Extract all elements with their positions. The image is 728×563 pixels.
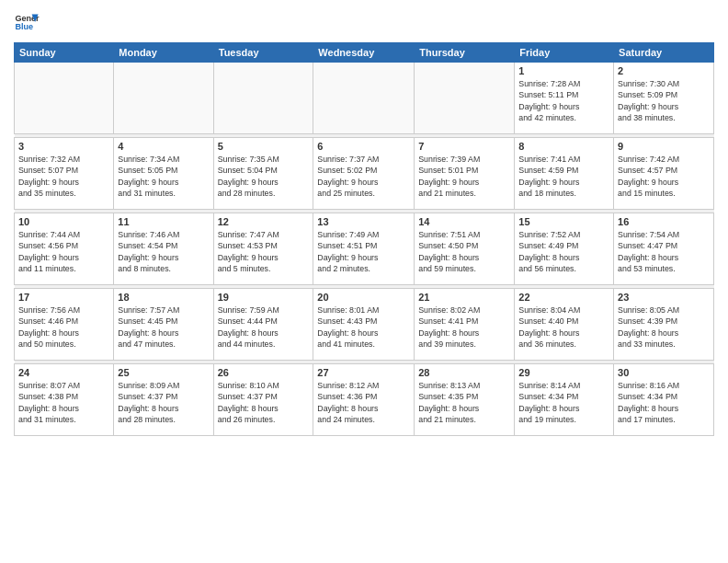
calendar-cell (15, 63, 114, 134)
day-number: 4 (118, 141, 209, 152)
week-row-2: 3Sunrise: 7:32 AM Sunset: 5:07 PM Daylig… (15, 138, 714, 210)
day-number: 15 (518, 216, 609, 227)
calendar-cell: 23Sunrise: 8:05 AM Sunset: 4:39 PM Dayli… (614, 289, 714, 361)
day-number: 10 (18, 216, 109, 227)
week-row-4: 17Sunrise: 7:56 AM Sunset: 4:46 PM Dayli… (15, 289, 714, 361)
weekday-header-sunday: Sunday (15, 43, 114, 63)
calendar-cell: 27Sunrise: 8:12 AM Sunset: 4:36 PM Dayli… (313, 364, 415, 436)
calendar-cell: 24Sunrise: 8:07 AM Sunset: 4:38 PM Dayli… (15, 364, 114, 436)
day-number: 2 (618, 65, 710, 76)
day-info: Sunrise: 7:54 AM Sunset: 4:47 PM Dayligh… (618, 229, 710, 274)
day-info: Sunrise: 7:28 AM Sunset: 5:11 PM Dayligh… (518, 78, 609, 123)
day-number: 21 (418, 292, 510, 303)
day-info: Sunrise: 8:01 AM Sunset: 4:43 PM Dayligh… (317, 304, 410, 350)
calendar-cell: 2Sunrise: 7:30 AM Sunset: 5:09 PM Daylig… (614, 63, 714, 134)
calendar-cell: 20Sunrise: 8:01 AM Sunset: 4:43 PM Dayli… (313, 289, 415, 361)
calendar-cell (313, 63, 415, 134)
calendar-cell: 7Sunrise: 7:39 AM Sunset: 5:01 PM Daylig… (415, 138, 515, 210)
day-number: 5 (218, 141, 310, 152)
day-info: Sunrise: 7:41 AM Sunset: 4:59 PM Dayligh… (518, 154, 609, 199)
day-number: 16 (618, 216, 710, 227)
day-info: Sunrise: 8:16 AM Sunset: 4:34 PM Dayligh… (618, 380, 710, 425)
day-number: 13 (317, 216, 410, 227)
day-info: Sunrise: 8:04 AM Sunset: 4:40 PM Dayligh… (518, 304, 609, 350)
calendar-cell: 10Sunrise: 7:44 AM Sunset: 4:56 PM Dayli… (15, 213, 114, 285)
calendar-cell: 30Sunrise: 8:16 AM Sunset: 4:34 PM Dayli… (614, 364, 714, 436)
day-info: Sunrise: 8:13 AM Sunset: 4:35 PM Dayligh… (418, 380, 510, 425)
calendar-cell: 13Sunrise: 7:49 AM Sunset: 4:51 PM Dayli… (313, 213, 415, 285)
calendar-cell: 3Sunrise: 7:32 AM Sunset: 5:07 PM Daylig… (15, 138, 114, 210)
day-info: Sunrise: 7:51 AM Sunset: 4:50 PM Dayligh… (418, 229, 510, 274)
calendar-cell: 29Sunrise: 8:14 AM Sunset: 4:34 PM Dayli… (515, 364, 614, 436)
weekday-header-thursday: Thursday (415, 43, 515, 63)
calendar-cell: 25Sunrise: 8:09 AM Sunset: 4:37 PM Dayli… (114, 364, 213, 436)
weekday-header-wednesday: Wednesday (313, 43, 415, 63)
svg-text:Blue: Blue (15, 22, 33, 31)
calendar-cell (114, 63, 213, 134)
calendar-cell: 16Sunrise: 7:54 AM Sunset: 4:47 PM Dayli… (614, 213, 714, 285)
calendar-cell: 28Sunrise: 8:13 AM Sunset: 4:35 PM Dayli… (415, 364, 515, 436)
calendar-cell: 21Sunrise: 8:02 AM Sunset: 4:41 PM Dayli… (415, 289, 515, 361)
day-number: 7 (418, 141, 510, 152)
day-number: 18 (118, 292, 209, 303)
day-info: Sunrise: 8:09 AM Sunset: 4:37 PM Dayligh… (118, 380, 209, 425)
day-number: 24 (18, 367, 109, 378)
day-info: Sunrise: 7:35 AM Sunset: 5:04 PM Dayligh… (218, 154, 310, 199)
day-info: Sunrise: 7:56 AM Sunset: 4:46 PM Dayligh… (18, 304, 109, 350)
calendar-cell: 4Sunrise: 7:34 AM Sunset: 5:05 PM Daylig… (114, 138, 213, 210)
calendar-cell (213, 63, 313, 134)
day-number: 27 (317, 367, 410, 378)
day-number: 25 (118, 367, 209, 378)
day-number: 14 (418, 216, 510, 227)
day-number: 22 (518, 292, 609, 303)
day-info: Sunrise: 7:34 AM Sunset: 5:05 PM Dayligh… (118, 154, 209, 199)
weekday-header-row: SundayMondayTuesdayWednesdayThursdayFrid… (15, 43, 714, 63)
header: General Blue (14, 9, 714, 35)
day-number: 17 (18, 292, 109, 303)
day-info: Sunrise: 7:49 AM Sunset: 4:51 PM Dayligh… (317, 229, 410, 274)
day-number: 20 (317, 292, 410, 303)
calendar-cell: 9Sunrise: 7:42 AM Sunset: 4:57 PM Daylig… (614, 138, 714, 210)
day-number: 11 (118, 216, 209, 227)
day-info: Sunrise: 8:12 AM Sunset: 4:36 PM Dayligh… (317, 380, 410, 425)
day-info: Sunrise: 7:37 AM Sunset: 5:02 PM Dayligh… (317, 154, 410, 199)
day-number: 3 (18, 141, 109, 152)
day-number: 30 (618, 367, 710, 378)
calendar-cell: 19Sunrise: 7:59 AM Sunset: 4:44 PM Dayli… (213, 289, 313, 361)
page: General Blue SundayMondayTuesdayWednesda… (0, 0, 728, 563)
day-info: Sunrise: 8:10 AM Sunset: 4:37 PM Dayligh… (218, 380, 310, 425)
day-info: Sunrise: 7:59 AM Sunset: 4:44 PM Dayligh… (218, 304, 310, 350)
day-info: Sunrise: 7:30 AM Sunset: 5:09 PM Dayligh… (618, 78, 710, 123)
logo: General Blue (14, 9, 40, 35)
weekday-header-monday: Monday (114, 43, 213, 63)
calendar-cell: 6Sunrise: 7:37 AM Sunset: 5:02 PM Daylig… (313, 138, 415, 210)
calendar-cell: 18Sunrise: 7:57 AM Sunset: 4:45 PM Dayli… (114, 289, 213, 361)
weekday-header-friday: Friday (515, 43, 614, 63)
calendar-cell (415, 63, 515, 134)
day-info: Sunrise: 7:39 AM Sunset: 5:01 PM Dayligh… (418, 154, 510, 199)
day-info: Sunrise: 7:52 AM Sunset: 4:49 PM Dayligh… (518, 229, 609, 274)
day-number: 1 (518, 65, 609, 76)
calendar-cell: 5Sunrise: 7:35 AM Sunset: 5:04 PM Daylig… (213, 138, 313, 210)
day-info: Sunrise: 8:07 AM Sunset: 4:38 PM Dayligh… (18, 380, 109, 425)
day-number: 6 (317, 141, 410, 152)
day-info: Sunrise: 7:44 AM Sunset: 4:56 PM Dayligh… (18, 229, 109, 274)
day-info: Sunrise: 7:57 AM Sunset: 4:45 PM Dayligh… (118, 304, 209, 350)
calendar-cell: 8Sunrise: 7:41 AM Sunset: 4:59 PM Daylig… (515, 138, 614, 210)
calendar-table: SundayMondayTuesdayWednesdayThursdayFrid… (14, 42, 714, 436)
day-number: 23 (618, 292, 710, 303)
week-row-1: 1Sunrise: 7:28 AM Sunset: 5:11 PM Daylig… (15, 63, 714, 134)
calendar-cell: 12Sunrise: 7:47 AM Sunset: 4:53 PM Dayli… (213, 213, 313, 285)
day-info: Sunrise: 8:02 AM Sunset: 4:41 PM Dayligh… (418, 304, 510, 350)
calendar-cell: 26Sunrise: 8:10 AM Sunset: 4:37 PM Dayli… (213, 364, 313, 436)
weekday-header-saturday: Saturday (614, 43, 714, 63)
weekday-header-tuesday: Tuesday (213, 43, 313, 63)
day-info: Sunrise: 7:32 AM Sunset: 5:07 PM Dayligh… (18, 154, 109, 199)
day-info: Sunrise: 7:46 AM Sunset: 4:54 PM Dayligh… (118, 229, 209, 274)
calendar-cell: 22Sunrise: 8:04 AM Sunset: 4:40 PM Dayli… (515, 289, 614, 361)
day-info: Sunrise: 8:05 AM Sunset: 4:39 PM Dayligh… (618, 304, 710, 350)
day-number: 12 (218, 216, 310, 227)
day-info: Sunrise: 7:47 AM Sunset: 4:53 PM Dayligh… (218, 229, 310, 274)
day-number: 9 (618, 141, 710, 152)
week-row-3: 10Sunrise: 7:44 AM Sunset: 4:56 PM Dayli… (15, 213, 714, 285)
